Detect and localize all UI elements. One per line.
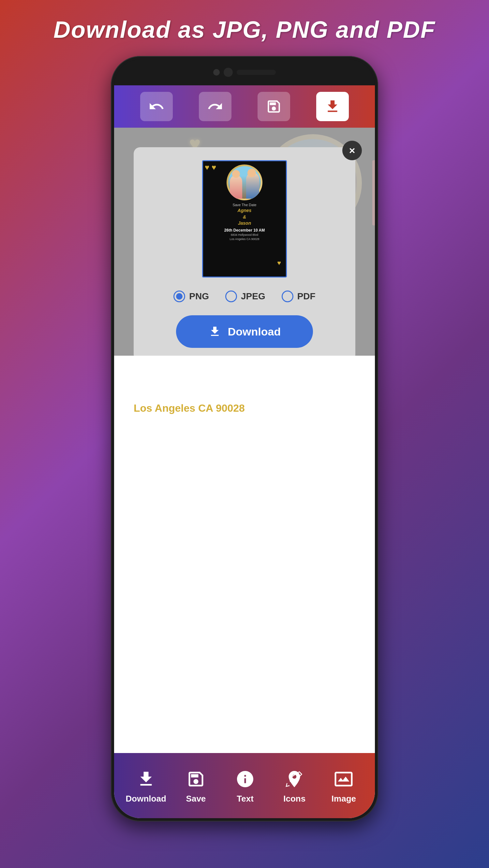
download-nav-icon (135, 768, 157, 790)
jpeg-option[interactable]: JPEG (225, 290, 265, 302)
bottom-navigation: Download Save T (114, 753, 375, 818)
mini-card-save-date: Save The Date (224, 203, 265, 207)
download-toolbar-button[interactable] (316, 92, 349, 121)
phone-inner: ♥ ♥ (114, 59, 375, 818)
redo-button[interactable] (199, 92, 231, 121)
png-label: PNG (189, 291, 209, 302)
speaker-grill (237, 70, 276, 75)
address-display: Los Angeles CA 90028 (134, 402, 245, 414)
top-toolbar (114, 85, 375, 128)
download-button-label: Download (228, 326, 281, 338)
close-icon: × (349, 145, 355, 157)
nav-save[interactable]: Save (176, 768, 215, 804)
nav-image[interactable]: Image (324, 768, 363, 804)
pdf-radio[interactable] (282, 290, 293, 302)
modal-close-button[interactable]: × (342, 141, 362, 160)
mini-card-addr2: Los Angeles CA 90028 (224, 238, 265, 241)
text-nav-icon: T (234, 768, 257, 790)
mini-card-addr1: 6834 Hollywood Blvd (224, 233, 265, 237)
mini-card-names: Agnes & Jason (224, 208, 265, 227)
text-nav-label: Text (237, 794, 254, 804)
content-area: ♥ ♥ (114, 128, 375, 753)
save-button[interactable] (258, 92, 290, 121)
modal-overlay: × ♥ ♥ (114, 128, 375, 356)
nav-icons[interactable]: Icons (275, 768, 314, 804)
jpeg-label: JPEG (241, 291, 265, 302)
nav-download[interactable]: Download (126, 768, 166, 804)
download-nav-label: Download (126, 794, 166, 804)
camera-dot-main (224, 68, 233, 77)
phone-shell: ♥ ♥ (111, 56, 378, 822)
phone-screen: ♥ ♥ (114, 85, 375, 818)
icons-nav-label: Icons (283, 794, 306, 804)
white-space-area: Los Angeles CA 90028 (114, 356, 375, 421)
phone-notch (114, 59, 375, 85)
pdf-option[interactable]: PDF (282, 290, 316, 302)
mini-card-photo (227, 164, 262, 200)
save-nav-icon (184, 768, 207, 790)
jpeg-radio[interactable] (225, 290, 237, 302)
page-title: Download as JPG, PNG and PDF (54, 16, 435, 43)
undo-button[interactable] (140, 92, 173, 121)
format-radio-group: PNG JPEG PDF (173, 290, 315, 302)
svg-text:T: T (239, 775, 244, 785)
mini-card-preview: ♥ ♥ (202, 160, 287, 278)
address-area: Los Angeles CA 90028 (134, 402, 245, 414)
image-nav-label: Image (332, 794, 356, 804)
save-nav-label: Save (186, 794, 206, 804)
pdf-label: PDF (297, 291, 316, 302)
mini-card-heart-bottom-icon: ♥ (277, 259, 281, 267)
png-radio[interactable] (173, 290, 185, 302)
mini-card-photo-inner (228, 166, 261, 199)
modal-download-button[interactable]: Download (176, 315, 313, 348)
mini-card-date: 26th December 10 AM (224, 228, 265, 232)
bride-name: Agnes (238, 208, 252, 213)
groom-name: Jason (238, 220, 251, 226)
modal-box: × ♥ ♥ (134, 147, 355, 356)
names-connector: & (243, 214, 246, 219)
png-option[interactable]: PNG (173, 290, 209, 302)
image-nav-icon (332, 768, 355, 790)
mini-card-hearts-icon: ♥ ♥ (205, 163, 216, 172)
mini-card-text-area: Save The Date Agnes & Jason 26th Decembe… (224, 203, 265, 241)
camera-dot-small (213, 69, 220, 75)
icons-nav-icon (283, 768, 306, 790)
nav-text[interactable]: T Text (226, 768, 265, 804)
invitation-preview: ♥ ♥ (114, 128, 375, 356)
